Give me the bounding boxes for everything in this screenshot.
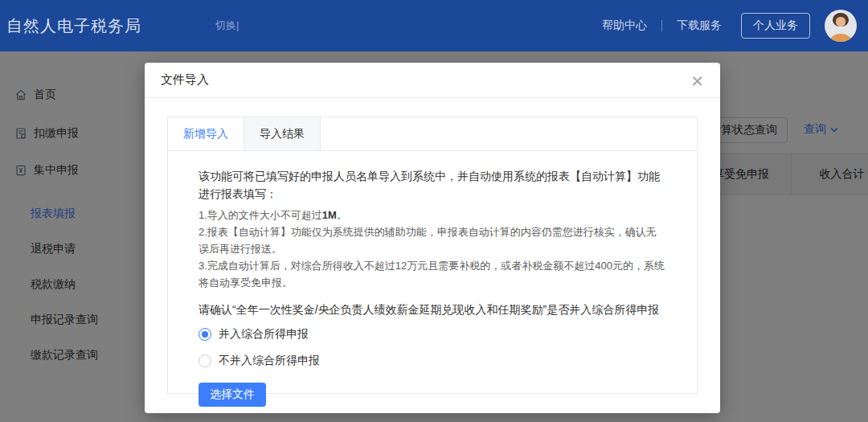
avatar-face-shape [836, 17, 845, 27]
tab-content: 该功能可将已填写好的申报人员名单导入到系统中，并自动使用系统的报表【自动计算】功… [168, 151, 697, 407]
note-line-1: 1.导入的文件大小不可超过1M。 [199, 207, 666, 223]
import-notes: 1.导入的文件大小不可超过1M。 2.报表【自动计算】功能仅为系统提供的辅助功能… [199, 207, 666, 291]
user-avatar[interactable] [825, 10, 857, 42]
header-right: 帮助中心 下载服务 个人业务 [602, 10, 868, 42]
tab-label: 新增导入 [183, 127, 228, 141]
import-intro-text: 该功能可将已填写好的申报人员名单导入到系统中，并自动使用系统的报表【自动计算】功… [199, 167, 666, 203]
radio-label: 并入综合所得申报 [219, 327, 309, 342]
page: 自然人电子税务局 切换| 帮助中心 下载服务 个人业务 首页 [0, 0, 868, 422]
radio-merge-into-comprehensive[interactable]: 并入综合所得申报 [199, 324, 666, 345]
import-tab-card: 新增导入 导入结果 该功能可将已填写好的申报人员名单导入到系统中，并自动使用系统… [167, 117, 698, 394]
top-header: 自然人电子税务局 切换| 帮助中心 下载服务 个人业务 [0, 0, 868, 51]
note-line-3: 3.完成自动计算后，对综合所得收入不超过12万元且需要补税的，或者补税金额不超过… [199, 257, 666, 291]
radio-unselected-icon[interactable] [199, 354, 211, 367]
radio-selected-icon[interactable] [199, 328, 211, 341]
file-import-dialog: 文件导入 × 新增导入 导入结果 该功能可将已填写好的申报人员名单导入到系统中，… [145, 63, 720, 413]
help-center-link[interactable]: 帮助中心 [602, 18, 647, 33]
merge-confirm-question: 请确认“全年一次性奖金/央企负责人绩效薪金延期兑现收入和任期奖励”是否并入综合所… [199, 301, 666, 318]
tab-label: 导入结果 [260, 127, 305, 141]
choose-file-button[interactable]: 选择文件 [199, 383, 266, 407]
tab-bar: 新增导入 导入结果 [168, 117, 697, 151]
close-icon[interactable]: × [690, 72, 704, 88]
radio-label: 不并入综合所得申报 [219, 354, 320, 368]
tab-import-result[interactable]: 导入结果 [244, 117, 321, 150]
dialog-title: 文件导入 [161, 72, 209, 88]
radio-not-merge-into-comprehensive[interactable]: 不并入综合所得申报 [199, 350, 666, 371]
avatar-body-shape [830, 34, 851, 42]
dialog-header: 文件导入 × [145, 63, 720, 98]
personal-business-button[interactable]: 个人业务 [741, 13, 810, 39]
note1-bold: 1M [322, 209, 337, 221]
note1-prefix: 1.导入的文件大小不可超过 [199, 209, 322, 221]
header-divider [661, 20, 662, 31]
download-service-link[interactable]: 下载服务 [677, 18, 722, 33]
switch-link[interactable]: 切换| [215, 18, 239, 33]
note1-suffix: 。 [337, 209, 347, 221]
note-line-2: 2.报表【自动计算】功能仅为系统提供的辅助功能，申报表自动计算的内容仍需您进行核… [199, 223, 666, 257]
site-title: 自然人电子税务局 [6, 15, 141, 37]
tab-new-import[interactable]: 新增导入 [168, 117, 244, 150]
